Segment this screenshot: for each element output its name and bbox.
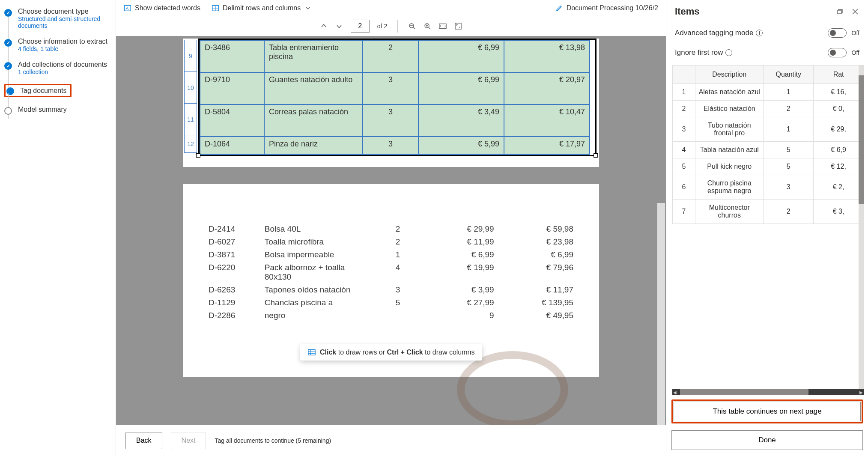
wizard-step[interactable]: Model summary xyxy=(4,106,114,115)
table-cell[interactable]: D-1064 xyxy=(200,137,264,155)
items-row[interactable]: 6Churro piscina espuma negro3€ 2, xyxy=(673,175,864,200)
page-number-input[interactable] xyxy=(351,20,370,33)
items-scrollbar-thumb[interactable] xyxy=(859,75,864,204)
items-cell[interactable]: 1 xyxy=(673,84,695,101)
table-row[interactable]: D-6027Toalla microfibra2€ 11,99€ 23,98 xyxy=(204,235,578,248)
items-cell[interactable]: 3 xyxy=(673,117,695,142)
zoom-out-icon[interactable] xyxy=(408,22,416,30)
items-column-header[interactable]: Quantity xyxy=(764,66,814,84)
items-cell[interactable]: Elástico natación xyxy=(695,101,764,117)
items-cell[interactable]: 7 xyxy=(673,200,695,224)
fit-page-icon[interactable] xyxy=(454,22,462,30)
table-cell[interactable]: € 6,99 xyxy=(418,72,504,104)
restore-icon[interactable] xyxy=(835,7,844,16)
items-cell[interactable]: 6 xyxy=(673,175,695,200)
table-cell[interactable]: € 13,98 xyxy=(504,40,590,72)
items-cell[interactable]: € 29, xyxy=(814,117,864,142)
items-row[interactable]: 4Tabla natación azul5€ 6,9 xyxy=(673,142,864,158)
resize-handle-sw[interactable] xyxy=(196,153,200,158)
table-cell[interactable]: Guantes natación adulto xyxy=(264,72,363,104)
items-cell[interactable]: Tubo natación frontal pro xyxy=(695,117,764,142)
wizard-step[interactable]: Tag documents xyxy=(4,84,114,97)
table-cell[interactable]: € 5,99 xyxy=(418,137,504,155)
items-cell[interactable]: Churro piscina espuma negro xyxy=(695,175,764,200)
items-horizontal-scrollbar-track[interactable]: ◀ ▶ xyxy=(672,389,864,395)
row-number-gutter[interactable]: 10 xyxy=(184,72,197,104)
tagged-table[interactable]: D-3486Tabla entrenamiento piscina2€ 6,99… xyxy=(200,40,590,155)
close-icon[interactable] xyxy=(851,7,859,16)
table-row[interactable]: D-9710Guantes natación adulto3€ 6,99€ 20… xyxy=(200,72,590,104)
items-cell[interactable]: € 16, xyxy=(814,84,864,101)
items-cell[interactable]: Multiconector churros xyxy=(695,200,764,224)
table-row[interactable]: D-6220Pack albornoz + toalla 80x1304€ 19… xyxy=(204,261,578,283)
items-cell[interactable]: € 2, xyxy=(814,175,864,200)
items-column-header[interactable]: Description xyxy=(695,66,764,84)
table-row[interactable]: D-2414Bolsa 40L2€ 29,99€ 59,98 xyxy=(204,223,578,235)
items-cell[interactable]: Pull kick negro xyxy=(695,158,764,175)
table-cell[interactable]: € 10,47 xyxy=(504,104,590,137)
items-cell[interactable]: 5 xyxy=(764,142,814,158)
table-cell[interactable]: D-3486 xyxy=(200,40,264,72)
items-row[interactable]: 5Pull kick negro5€ 12, xyxy=(673,158,864,175)
table-cell[interactable]: € 20,97 xyxy=(504,72,590,104)
items-row[interactable]: 2Elástico natación2€ 0, xyxy=(673,101,864,117)
items-row[interactable]: 3Tubo natación frontal pro1€ 29, xyxy=(673,117,864,142)
row-number-gutter[interactable]: 12 xyxy=(184,135,197,153)
items-cell[interactable]: € 12, xyxy=(814,158,864,175)
info-icon[interactable]: i xyxy=(725,49,732,56)
resize-handle-se[interactable] xyxy=(594,153,598,158)
table-cell[interactable]: Pinza de nariz xyxy=(264,137,363,155)
items-cell[interactable]: 3 xyxy=(764,175,814,200)
items-column-header[interactable]: Rat xyxy=(814,66,864,84)
table-cell[interactable]: € 17,97 xyxy=(504,137,590,155)
table-row[interactable]: D-5804Correas palas natación3€ 3,49€ 10,… xyxy=(200,104,590,137)
show-detected-words-button[interactable]: A Show detected words xyxy=(124,4,200,12)
table-row[interactable]: D-3871Bolsa impermeable1€ 6,99€ 6,99 xyxy=(204,248,578,261)
items-scrollbar-track[interactable] xyxy=(859,65,864,395)
table-cell[interactable]: € 3,49 xyxy=(418,104,504,137)
wizard-step[interactable]: Add collections of documents1 collection xyxy=(4,61,114,75)
table-cell[interactable]: D-9710 xyxy=(200,72,264,104)
table-cell[interactable]: Correas palas natación xyxy=(264,104,363,137)
items-row[interactable]: 7Multiconector churros2€ 3, xyxy=(673,200,864,224)
done-button[interactable]: Done xyxy=(671,430,863,450)
table-cell[interactable]: 3 xyxy=(363,104,418,137)
items-cell[interactable]: 1 xyxy=(764,117,814,142)
viewport-scrollbar-thumb[interactable] xyxy=(657,36,665,203)
continues-on-next-page-button[interactable]: This table continues on next page xyxy=(674,402,861,421)
table-cell[interactable]: Tabla entrenamiento piscina xyxy=(264,40,363,72)
table-cell[interactable]: D-5804 xyxy=(200,104,264,137)
row-number-gutter[interactable]: 11 xyxy=(184,103,197,135)
items-cell[interactable]: 4 xyxy=(673,142,695,158)
document-viewport[interactable]: 9101112 D-3486Tabla entrenamiento piscin… xyxy=(116,36,666,425)
advanced-tagging-toggle[interactable] xyxy=(828,28,847,38)
items-cell[interactable]: 2 xyxy=(764,200,814,224)
table-cell[interactable]: 2 xyxy=(363,40,418,72)
items-column-header[interactable] xyxy=(673,66,695,84)
back-button[interactable]: Back xyxy=(125,432,162,449)
arrow-down-icon[interactable] xyxy=(335,22,343,30)
items-cell[interactable]: 2 xyxy=(764,101,814,117)
table-row[interactable]: D-3486Tabla entrenamiento piscina2€ 6,99… xyxy=(200,40,590,72)
document-name-button[interactable]: Document Processing 10/26/2 xyxy=(555,4,658,12)
items-cell[interactable]: Tabla natación azul xyxy=(695,142,764,158)
table-cell[interactable]: € 6,99 xyxy=(418,40,504,72)
arrow-up-icon[interactable] xyxy=(320,22,328,30)
table-row[interactable]: D-6263Tapones oídos natación3€ 3,99€ 11,… xyxy=(204,283,578,296)
viewport-scrollbar-track[interactable] xyxy=(657,36,665,425)
items-table[interactable]: DescriptionQuantityRat1Aletas natación a… xyxy=(672,65,864,224)
ignore-first-row-toggle[interactable] xyxy=(828,48,847,57)
info-icon[interactable]: i xyxy=(756,30,763,36)
items-row[interactable]: 1Aletas natación azul1€ 16, xyxy=(673,84,864,101)
wizard-step[interactable]: Choose document typeStructured and semi-… xyxy=(4,8,114,29)
items-cell[interactable]: 5 xyxy=(673,158,695,175)
table-row[interactable]: D-2286negro9€ 49,95 xyxy=(204,309,578,322)
items-cell[interactable]: € 0, xyxy=(814,101,864,117)
table-cell[interactable]: 3 xyxy=(363,137,418,155)
wizard-step[interactable]: Choose information to extract4 fields, 1… xyxy=(4,38,114,52)
delimit-rows-columns-button[interactable]: Delimit rows and columns xyxy=(212,4,312,12)
table-cell[interactable]: 3 xyxy=(363,72,418,104)
zoom-in-icon[interactable] xyxy=(424,22,431,30)
items-cell[interactable]: 2 xyxy=(673,101,695,117)
table-row[interactable]: D-1064Pinza de nariz3€ 5,99€ 17,97 xyxy=(200,137,590,155)
